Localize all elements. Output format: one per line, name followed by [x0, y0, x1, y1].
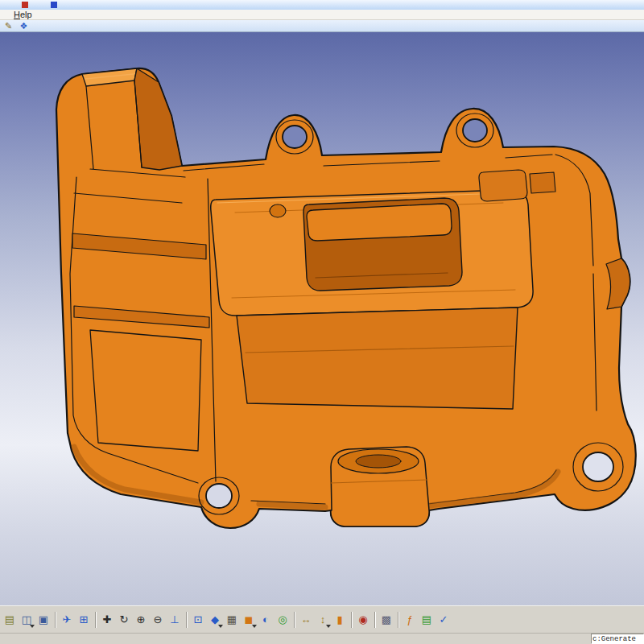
rotate-icon[interactable]: ↻	[116, 610, 132, 630]
dropdown-arrow-icon[interactable]	[218, 625, 223, 628]
menu-bar: Help	[0, 10, 644, 20]
right-boss	[479, 170, 527, 201]
protrusion-pocket	[356, 455, 401, 468]
dropdown-arrow-icon[interactable]	[326, 625, 331, 628]
app-icon-blue	[51, 2, 57, 8]
dropdown-arrow-icon[interactable]	[252, 625, 257, 628]
magnifier-icon[interactable]: ◉	[355, 610, 371, 630]
3d-model-canvas[interactable]	[0, 32, 644, 605]
boss-side-face	[134, 68, 182, 170]
pan-icon[interactable]: ✚	[99, 610, 115, 630]
menu-help-label: elp	[20, 10, 32, 19]
plateau-front-face	[237, 308, 518, 409]
toolbar-separator	[398, 612, 398, 628]
right-boss-step	[530, 172, 555, 193]
toolbar-separator	[95, 612, 96, 628]
app-icon-red	[22, 2, 28, 8]
multi-view-icon[interactable]: ⊡	[190, 610, 206, 630]
wireframe-icon[interactable]: ▦	[224, 610, 240, 630]
fly-mode-icon[interactable]: ✈	[59, 610, 75, 630]
check-analysis-icon[interactable]: ✓	[436, 610, 452, 630]
grid-icon[interactable]: ⊞	[76, 610, 92, 630]
top-toolbar: ✎❖	[0, 20, 644, 32]
catalog-browser-icon[interactable]: ◫	[19, 610, 35, 630]
zoom-in-icon[interactable]: ⊕	[133, 610, 149, 630]
toolbar-separator	[55, 612, 56, 628]
axis-system-icon[interactable]: ❖	[18, 21, 30, 31]
paint-mode-icon[interactable]: ✎	[2, 21, 14, 31]
hide-show-icon[interactable]: ◐	[258, 610, 274, 630]
menu-help-accelerator: H	[14, 10, 20, 19]
measure-inertia-icon[interactable]: ▮	[332, 610, 348, 630]
normal-view-icon[interactable]: ⊥	[167, 610, 183, 630]
title-bar	[0, 0, 644, 10]
measure-between-icon[interactable]: ↔	[298, 610, 314, 630]
3d-viewport[interactable]	[0, 32, 644, 605]
dropdown-arrow-icon[interactable]	[30, 625, 35, 628]
depth-effect-icon[interactable]: ▩	[378, 610, 394, 630]
top-toolbar-icons: ✎❖	[2, 21, 30, 31]
toolbar-separator	[374, 612, 375, 628]
knowledge-formula-icon[interactable]: ƒ	[402, 610, 418, 630]
orange-part-model	[56, 68, 636, 528]
bottom-toolbar: ▤◫▣✈⊞✚↻⊕⊖⊥⊡◆▦◼◐◎↔↕▮◉▩ƒ▤✓	[0, 605, 644, 633]
small-round-boss	[270, 204, 286, 217]
toolbar-separator	[294, 612, 295, 628]
paste-special-icon[interactable]: ▣	[35, 610, 52, 630]
swap-visible-space-icon[interactable]: ◎	[275, 610, 291, 630]
status-bar	[0, 633, 644, 644]
menu-help[interactable]: Help	[10, 10, 35, 19]
zoom-out-icon[interactable]: ⊖	[150, 610, 166, 630]
shaded-view-icon[interactable]: ◼	[241, 610, 257, 630]
bottom-toolbar-icons: ▤◫▣✈⊞✚↻⊕⊖⊥⊡◆▦◼◐◎↔↕▮◉▩ƒ▤✓	[2, 610, 452, 630]
toolbar-separator	[186, 612, 187, 628]
update-icon[interactable]: ▤	[2, 610, 18, 630]
iso-view-icon[interactable]: ◆	[207, 610, 223, 630]
toolbar-separator	[351, 612, 352, 628]
measure-item-icon[interactable]: ↕	[315, 610, 331, 630]
power-input[interactable]	[591, 634, 644, 644]
handle-grip-bar	[307, 204, 452, 241]
design-table-icon[interactable]: ▤	[419, 610, 435, 630]
